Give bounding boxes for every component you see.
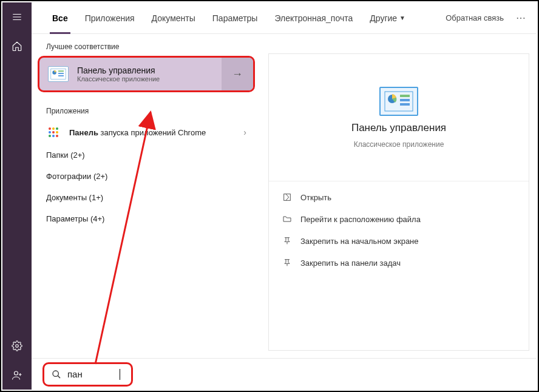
result-chrome-launcher[interactable]: Панель запуска приложений Chrome › (32, 120, 261, 144)
account-button[interactable] (2, 360, 32, 390)
preview-title: Панель управления (351, 122, 446, 134)
action-pin-start[interactable]: Закрепить на начальном экране (269, 230, 529, 252)
chevron-down-icon: ▼ (399, 15, 405, 21)
pin-icon (282, 258, 292, 268)
category-photos[interactable]: Фотографии (2+) (32, 166, 261, 187)
search-bar (32, 358, 537, 390)
start-left-rail (2, 2, 32, 390)
results-list: Лучшее соответствие Панель управления Кл… (32, 34, 261, 358)
svg-rect-18 (400, 95, 410, 97)
tab-more[interactable]: Другие▼ (361, 2, 414, 34)
hamburger-button[interactable] (2, 2, 32, 32)
action-pin-taskbar[interactable]: Закрепить на панели задач (269, 252, 529, 274)
tab-email[interactable]: Электронная_почта (266, 2, 361, 34)
search-box[interactable] (42, 362, 133, 387)
svg-rect-4 (58, 70, 64, 72)
tab-settings[interactable]: Параметры (204, 2, 266, 34)
svg-point-10 (49, 131, 51, 133)
svg-point-0 (16, 345, 19, 348)
chevron-right-icon: › (243, 127, 246, 137)
svg-rect-5 (58, 73, 64, 74)
svg-rect-6 (58, 75, 64, 76)
open-icon (282, 192, 292, 202)
home-button[interactable] (2, 32, 32, 61)
svg-rect-20 (400, 103, 410, 106)
control-panel-icon (48, 66, 69, 82)
text-cursor (120, 369, 120, 380)
svg-point-11 (52, 131, 55, 133)
more-options-button[interactable]: ⋯ (511, 12, 531, 24)
search-icon (52, 370, 61, 379)
svg-point-22 (53, 371, 58, 376)
best-match-label: Лучшее соответствие (32, 34, 261, 56)
preview-pane: Панель управления Классическое приложени… (268, 53, 529, 351)
action-open[interactable]: Открыть (269, 186, 529, 208)
svg-rect-19 (400, 99, 410, 101)
svg-point-1 (15, 371, 18, 375)
category-folders[interactable]: Папки (2+) (32, 144, 261, 166)
action-open-location[interactable]: Перейти к расположению файла (269, 208, 529, 230)
tab-all[interactable]: Все (44, 2, 76, 34)
folder-icon (282, 214, 292, 224)
svg-point-13 (49, 135, 51, 137)
result-title: Панель запуска приложений Chrome (69, 128, 235, 137)
svg-point-12 (56, 131, 58, 133)
best-match-subtitle: Классическое приложение (77, 75, 160, 83)
search-tabs-header: Все Приложения Документы Параметры Элект… (32, 2, 537, 34)
best-match-expand[interactable]: → (222, 58, 253, 90)
tab-documents[interactable]: Документы (143, 2, 204, 34)
svg-point-9 (56, 127, 58, 130)
settings-button[interactable] (2, 331, 32, 360)
pin-icon (282, 236, 292, 246)
feedback-link[interactable]: Обратная связь (438, 13, 511, 22)
apps-label: Приложения (32, 98, 261, 120)
svg-point-15 (56, 135, 58, 137)
chrome-apps-icon (46, 125, 61, 140)
search-input[interactable] (67, 369, 116, 379)
category-settings[interactable]: Параметры (4+) (32, 208, 261, 229)
control-panel-icon (379, 87, 418, 116)
best-match-title: Панель управления (77, 66, 160, 75)
preview-subtitle: Классическое приложение (354, 140, 444, 149)
category-documents[interactable]: Документы (1+) (32, 187, 261, 208)
svg-point-8 (52, 127, 55, 130)
tab-apps[interactable]: Приложения (76, 2, 143, 34)
svg-point-14 (52, 135, 55, 137)
svg-point-7 (49, 127, 51, 130)
best-match-item[interactable]: Панель управления Классическое приложени… (38, 56, 255, 92)
